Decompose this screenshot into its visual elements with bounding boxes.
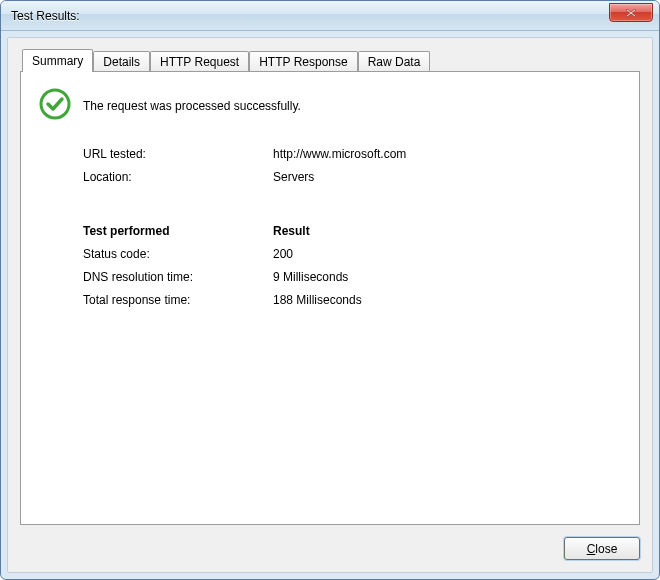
total-time-value: 188 Milliseconds bbox=[273, 293, 621, 307]
close-button-label: Close bbox=[587, 542, 618, 556]
tab-strip: Summary Details HTTP Request HTTP Respon… bbox=[20, 48, 640, 71]
window-close-button[interactable] bbox=[609, 3, 653, 22]
dns-time-value: 9 Milliseconds bbox=[273, 270, 621, 284]
dns-time-label: DNS resolution time: bbox=[83, 270, 273, 284]
location-value: Servers bbox=[273, 170, 621, 184]
status-message: The request was processed successfully. bbox=[83, 99, 301, 113]
results-grid: URL tested: http://www.microsoft.com Loc… bbox=[83, 147, 621, 307]
window-frame: Test Results: Summary Details HTTP Reque… bbox=[0, 0, 660, 580]
success-check-icon bbox=[39, 88, 71, 123]
location-label: Location: bbox=[83, 170, 273, 184]
url-tested-label: URL tested: bbox=[83, 147, 273, 161]
total-time-label: Total response time: bbox=[83, 293, 273, 307]
status-code-value: 200 bbox=[273, 247, 621, 261]
client-area: Summary Details HTTP Request HTTP Respon… bbox=[7, 37, 653, 573]
titlebar[interactable]: Test Results: bbox=[1, 1, 659, 31]
result-header: Result bbox=[273, 224, 621, 238]
window-title: Test Results: bbox=[11, 9, 609, 23]
tab-http-response[interactable]: HTTP Response bbox=[249, 51, 357, 72]
close-button[interactable]: Close bbox=[564, 537, 640, 560]
svg-point-0 bbox=[41, 90, 69, 118]
tab-http-request[interactable]: HTTP Request bbox=[150, 51, 249, 72]
dialog-footer: Close bbox=[20, 525, 640, 560]
tab-summary[interactable]: Summary bbox=[22, 49, 93, 72]
tab-details[interactable]: Details bbox=[93, 51, 150, 72]
status-code-label: Status code: bbox=[83, 247, 273, 261]
close-icon bbox=[625, 8, 637, 18]
tab-raw-data[interactable]: Raw Data bbox=[358, 51, 431, 72]
test-performed-header: Test performed bbox=[83, 224, 273, 238]
status-row: The request was processed successfully. bbox=[39, 88, 621, 123]
url-tested-value: http://www.microsoft.com bbox=[273, 147, 621, 161]
tab-panel-summary: The request was processed successfully. … bbox=[20, 71, 640, 525]
